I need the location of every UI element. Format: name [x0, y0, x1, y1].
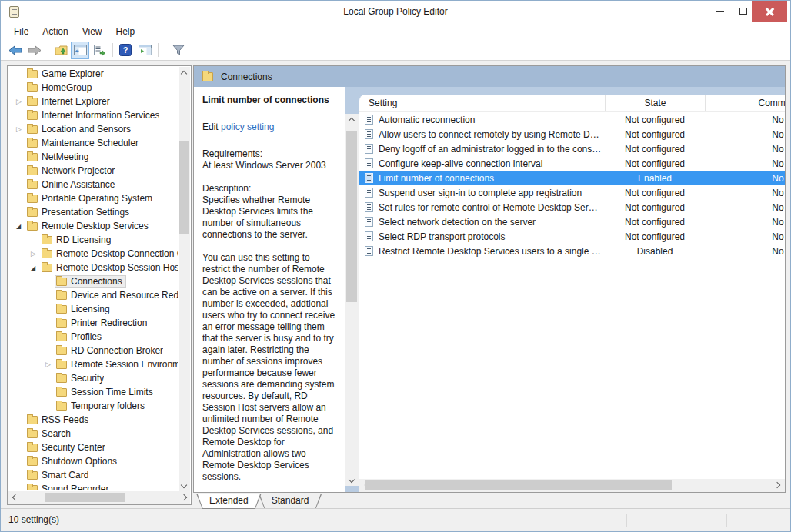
list-horizontal-scrollbar[interactable]: [359, 479, 785, 492]
folder-icon: [56, 388, 67, 397]
menu-file[interactable]: File: [7, 25, 35, 38]
minimize-button[interactable]: [709, 1, 732, 22]
tree-item-profiles[interactable]: Profiles: [8, 330, 178, 344]
description-scrollbar[interactable]: [345, 114, 359, 486]
tree-item-iis[interactable]: Internet Information Services: [8, 108, 178, 122]
tree-item-shutdown-options[interactable]: Shutdown Options: [8, 454, 178, 468]
setting-row[interactable]: Deny logoff of an administrator logged i…: [359, 141, 785, 156]
scrollbar-thumb[interactable]: [45, 493, 125, 502]
scroll-down-arrow[interactable]: [346, 475, 357, 486]
requirements-value: At least Windows Server 2003: [202, 160, 337, 171]
collapse-icon[interactable]: [16, 223, 27, 230]
up-one-level-icon: [55, 45, 68, 56]
view-tabs: Extended Standard: [196, 494, 322, 509]
tree-item-connections[interactable]: Connections: [8, 274, 178, 288]
collapse-icon[interactable]: [31, 264, 42, 271]
tree-item-portable-os[interactable]: Portable Operating System: [8, 191, 178, 205]
setting-row[interactable]: Restrict Remote Desktop Services users t…: [359, 244, 785, 258]
tree-item-rdc-client[interactable]: Remote Desktop Connection Client: [8, 247, 178, 261]
scroll-left-arrow[interactable]: [8, 492, 19, 503]
tree-item-presentation-settings[interactable]: Presentation Settings: [8, 205, 178, 219]
scroll-right-arrow[interactable]: [773, 480, 783, 490]
setting-row[interactable]: Select network detection on the serverNo…: [359, 214, 785, 229]
scrollbar-thumb[interactable]: [346, 131, 357, 302]
tree-item-licensing[interactable]: Licensing: [8, 302, 178, 316]
setting-row[interactable]: Set rules for remote control of Remote D…: [359, 200, 785, 214]
comment-value: No: [705, 185, 785, 200]
tree-item-location-sensors[interactable]: Location and Sensors: [8, 122, 178, 136]
tree-item-smart-card[interactable]: Smart Card: [8, 468, 178, 482]
export-list-button[interactable]: [90, 42, 108, 59]
close-button[interactable]: [752, 1, 787, 22]
toolbar-separator: [158, 43, 159, 57]
folder-icon: [56, 333, 67, 341]
tree-item-session-time-limits[interactable]: Session Time Limits: [8, 385, 178, 399]
status-separator: [726, 514, 727, 527]
tree-item-search[interactable]: Search: [8, 427, 178, 441]
local-group-policy-editor-window: Local Group Policy Editor File Action Vi…: [0, 0, 791, 532]
expand-icon[interactable]: [16, 125, 27, 133]
menu-help[interactable]: Help: [109, 25, 142, 38]
tree-item-printer-redirection[interactable]: Printer Redirection: [8, 316, 178, 330]
setting-row[interactable]: Configure keep-alive connection interval…: [359, 156, 785, 171]
tree-item-game-explorer[interactable]: Game Explorer: [8, 67, 178, 81]
policy-icon: [365, 158, 373, 168]
state-value: Not configured: [605, 112, 705, 127]
scroll-up-arrow[interactable]: [346, 114, 357, 125]
expand-icon[interactable]: [45, 361, 56, 368]
filter-button[interactable]: [169, 42, 188, 59]
show-console-tree-button[interactable]: [71, 42, 89, 59]
setting-row-selected[interactable]: Limit number of connectionsEnabledNo: [359, 171, 785, 185]
folder-icon: [56, 374, 67, 383]
up-one-level-button[interactable]: [52, 42, 70, 59]
tree-item-remote-session-environment[interactable]: Remote Session Environment: [8, 357, 178, 371]
tree-item-device-resource-redirection[interactable]: Device and Resource Redirection: [8, 288, 178, 302]
policy-setting-link[interactable]: policy setting: [221, 121, 274, 132]
back-button[interactable]: [6, 42, 25, 59]
scroll-right-arrow[interactable]: [179, 492, 190, 503]
scrollbar-thumb[interactable]: [179, 141, 189, 234]
folder-icon: [27, 208, 38, 217]
column-header-comment[interactable]: Comment: [705, 95, 785, 111]
tree-item-remote-desktop-services[interactable]: Remote Desktop Services: [8, 219, 178, 233]
tree-item-maintenance-scheduler[interactable]: Maintenance Scheduler: [8, 136, 178, 150]
scroll-up-arrow[interactable]: [179, 67, 189, 78]
tree-horizontal-scrollbar[interactable]: [8, 491, 190, 504]
show-action-pane-button[interactable]: [135, 42, 154, 59]
tree-item-sound-recorder[interactable]: Sound Recorder: [8, 482, 178, 490]
tree-item-rd-session-host[interactable]: Remote Desktop Session Host: [8, 261, 178, 274]
tree-item-rd-licensing[interactable]: RD Licensing: [8, 233, 178, 247]
folder-icon: [27, 139, 38, 148]
tree-item-temporary-folders[interactable]: Temporary folders: [8, 399, 178, 413]
tree-item-internet-explorer[interactable]: Internet Explorer: [8, 95, 178, 108]
comment-value: No: [705, 200, 785, 214]
menu-view[interactable]: View: [75, 25, 109, 38]
setting-row[interactable]: Automatic reconnectionNot configuredNo: [359, 112, 785, 127]
help-button[interactable]: ?: [116, 42, 135, 59]
scroll-down-arrow[interactable]: [179, 480, 189, 491]
comment-value: No: [705, 229, 785, 244]
tree-item-network-projector[interactable]: Network Projector: [8, 164, 178, 178]
tree-item-netmeeting[interactable]: NetMeeting: [8, 150, 178, 164]
menu-action[interactable]: Action: [35, 25, 75, 38]
forward-button[interactable]: [25, 42, 44, 59]
tab-standard[interactable]: Standard: [259, 494, 322, 509]
folder-icon: [56, 361, 67, 369]
expand-icon[interactable]: [16, 98, 27, 105]
expand-icon[interactable]: [31, 250, 42, 258]
scrollbar-thumb[interactable]: [365, 480, 672, 490]
column-header-setting[interactable]: Setting: [359, 95, 605, 111]
setting-row[interactable]: Allow users to connect remotely by using…: [359, 127, 785, 141]
tree-item-homegroup[interactable]: HomeGroup: [8, 81, 178, 95]
tree-item-online-assistance[interactable]: Online Assistance: [8, 178, 178, 191]
column-header-state[interactable]: State: [605, 95, 705, 111]
tree-item-security-center[interactable]: Security Center: [8, 441, 178, 454]
tree-item-rd-connection-broker[interactable]: RD Connection Broker: [8, 344, 178, 357]
tree-item-security[interactable]: Security: [8, 371, 178, 385]
description-label: Description:: [202, 183, 337, 195]
tree-vertical-scrollbar[interactable]: [179, 67, 190, 491]
tab-extended[interactable]: Extended: [196, 494, 262, 509]
tree-item-rss-feeds[interactable]: RSS Feeds: [8, 413, 178, 427]
setting-row[interactable]: Select RDP transport protocolsNot config…: [359, 229, 785, 244]
setting-row[interactable]: Suspend user sign-in to complete app reg…: [359, 185, 785, 200]
